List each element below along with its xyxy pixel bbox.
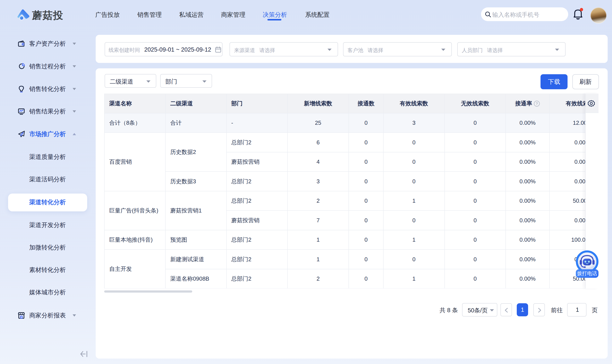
- svg-text:?: ?: [536, 102, 538, 106]
